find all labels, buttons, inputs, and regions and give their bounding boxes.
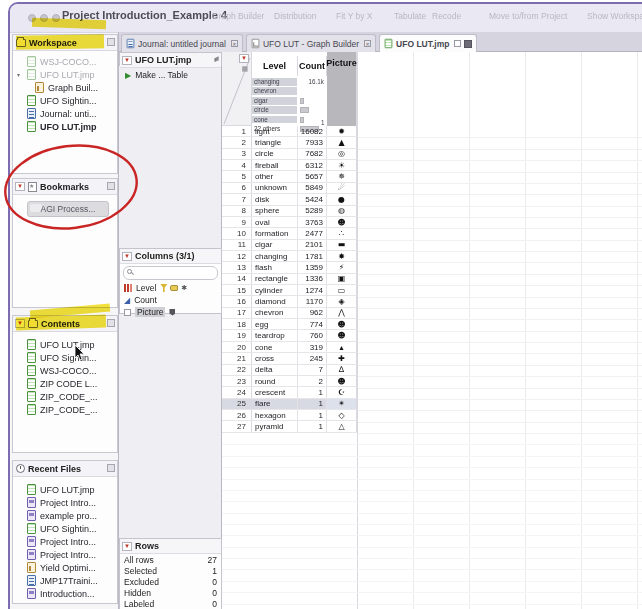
cell-count[interactable]: 5657 [298, 171, 327, 181]
menu-item-graph-builder[interactable]: Graph Builder [212, 11, 264, 21]
cell-picture ufo-unknown-icon[interactable]: ☄ [327, 183, 357, 193]
column-header-picture[interactable]: Picture [327, 52, 357, 126]
cell-picture ufo-light-icon[interactable]: ✹ [327, 126, 357, 136]
cell-picture ufo-rectangle-icon[interactable]: ▣ [327, 274, 357, 284]
cell-count[interactable]: 2477 [298, 228, 327, 238]
row-number[interactable]: 8 [222, 206, 252, 216]
table-row[interactable]: 25flare1✴ [222, 399, 357, 410]
column-header-count[interactable]: Count [298, 56, 327, 76]
cell-picture ufo-circle-icon[interactable]: ◎ [327, 149, 357, 159]
sidebar-item[interactable]: ZIP_CODE_... [13, 390, 117, 403]
table-row[interactable]: 17chevron962⋀ [222, 308, 357, 319]
cell-picture ufo-disk-icon[interactable]: ● [327, 194, 357, 204]
cell-picture ufo-cross-icon[interactable]: ✚ [327, 353, 357, 363]
table-row[interactable]: 1light16082✹ [222, 126, 357, 137]
cell-count[interactable]: 1 [298, 421, 327, 431]
cell-picture ufo-fireball-icon[interactable]: ☀ [327, 160, 357, 170]
sidebar-item[interactable]: ZIP_CODE_... [13, 403, 117, 416]
bookmark-item-button[interactable]: AGI Process... [27, 201, 109, 217]
cell-count[interactable]: 5289 [298, 206, 327, 216]
menu-item-distribution[interactable]: Distribution [274, 11, 317, 21]
table-menu-icon[interactable]: ▼ [122, 56, 132, 65]
table-row[interactable]: 15cylinder1274▭ [222, 285, 357, 296]
menu-item-move-to-from-project[interactable]: Move to/from Project [489, 11, 567, 21]
row-number[interactable]: 10 [222, 228, 252, 238]
row-stat[interactable]: Excluded0 [120, 576, 221, 587]
chevron-down-icon[interactable]: ▾ [17, 71, 20, 78]
cell-picture ufo-oval-icon[interactable]: ☻ [327, 217, 357, 227]
tab-ufo-lut-jmp[interactable]: UFO LUT.jmp [379, 34, 477, 52]
cell-count[interactable]: 1274 [298, 285, 327, 295]
cell-count[interactable]: 774 [298, 319, 327, 329]
close-window-icon[interactable] [28, 14, 36, 22]
cell-picture ufo-crescent-icon[interactable]: ☪ [327, 387, 357, 397]
cell-level[interactable]: egg [252, 319, 298, 329]
cell-count[interactable]: 2 [298, 376, 327, 386]
row-number[interactable]: 19 [222, 330, 252, 340]
cell-picture ufo-pyramid-icon[interactable]: △ [327, 421, 357, 431]
cell-count[interactable]: 5849 [298, 183, 327, 193]
bookmarks-menu-icon[interactable]: ▼ [15, 182, 25, 191]
table-row[interactable]: 12changing1781✸ [222, 251, 357, 262]
row-number[interactable]: 17 [222, 308, 252, 318]
table-row[interactable]: 19teardrop760☻ [222, 330, 357, 341]
cell-count[interactable]: 1 [298, 410, 327, 420]
cell-count[interactable]: 6312 [298, 160, 327, 170]
row-number[interactable]: 2 [222, 137, 252, 147]
contents-close-icon[interactable] [107, 319, 115, 327]
sidebar-item[interactable]: UFO LUT.jmp [13, 120, 117, 133]
minimize-window-icon[interactable] [40, 14, 48, 22]
row-number[interactable]: 18 [222, 319, 252, 329]
table-row[interactable]: 21cross245✚ [222, 353, 357, 364]
column-name[interactable]: Count [134, 295, 157, 305]
row-number[interactable]: 9 [222, 217, 252, 227]
cell-picture ufo-changing-icon[interactable]: ✸ [327, 251, 357, 261]
sidebar-item[interactable]: UFO Sightin... [13, 351, 117, 364]
cell-picture ufo-hexagon-icon[interactable]: ◇ [327, 410, 357, 420]
menu-item-fit-y-by-x[interactable]: Fit Y by X [336, 11, 373, 21]
menu-item-tabulate[interactable]: Tabulate [394, 11, 426, 21]
table-row[interactable]: 27pyramid1△ [222, 421, 357, 432]
cell-picture ufo-delta-icon[interactable]: ∆ [327, 365, 357, 375]
row-number[interactable]: 5 [222, 171, 252, 181]
cell-level[interactable]: flare [252, 399, 298, 409]
row-number[interactable]: 21 [222, 353, 252, 363]
menu-item-show-workspace[interactable]: Show Workspace [587, 11, 642, 21]
cell-level[interactable]: sphere [252, 206, 298, 216]
sidebar-item[interactable]: Graph Buil... [13, 81, 117, 94]
table-row[interactable]: 4fireball6312☀ [222, 160, 357, 171]
restore-window-icon[interactable] [454, 40, 461, 47]
cell-count[interactable]: 1336 [298, 274, 327, 284]
cell-picture ufo-triangle-icon[interactable]: ▲ [327, 137, 357, 147]
cell-level[interactable]: formation [252, 228, 298, 238]
row-number[interactable]: 6 [222, 183, 252, 193]
cell-level[interactable]: pyramid [252, 421, 298, 431]
cell-level[interactable]: diamond [252, 296, 298, 306]
cell-picture ufo-flash-icon[interactable]: ⚡ [327, 262, 357, 272]
row-number[interactable]: 26 [222, 410, 252, 420]
row-number[interactable]: 12 [222, 251, 252, 261]
sidebar-item[interactable]: UFO LUT.jmp [13, 338, 117, 351]
cell-level[interactable]: disk [252, 194, 298, 204]
cell-picture ufo-formation-icon[interactable]: ∴ [327, 228, 357, 238]
column-item-picture[interactable]: Picture [120, 306, 221, 318]
cell-level[interactable]: rectangle [252, 274, 298, 284]
row-number[interactable]: 24 [222, 387, 252, 397]
close-tab-icon[interactable] [464, 40, 472, 48]
row-stat[interactable]: Selected1 [120, 565, 221, 576]
table-row[interactable]: 11cigar2101▬ [222, 240, 357, 251]
cell-level[interactable]: cigar [252, 240, 298, 250]
cell-picture ufo-chevron-icon[interactable]: ⋀ [327, 308, 357, 318]
cell-level[interactable]: triangle [252, 137, 298, 147]
cell-level[interactable]: teardrop [252, 330, 298, 340]
table-row[interactable]: 7disk5424● [222, 194, 357, 205]
sidebar-item[interactable]: UFO LUT.jmp [13, 483, 117, 496]
row-number[interactable]: 11 [222, 240, 252, 250]
cell-count[interactable]: 5424 [298, 194, 327, 204]
row-number[interactable]: 20 [222, 342, 252, 352]
cell-level[interactable]: changing [252, 251, 298, 261]
sidebar-item[interactable]: ZIP CODE L... [13, 377, 117, 390]
cell-count[interactable]: 319 [298, 342, 327, 352]
cell-level[interactable]: oval [252, 217, 298, 227]
cell-count[interactable]: 7933 [298, 137, 327, 147]
